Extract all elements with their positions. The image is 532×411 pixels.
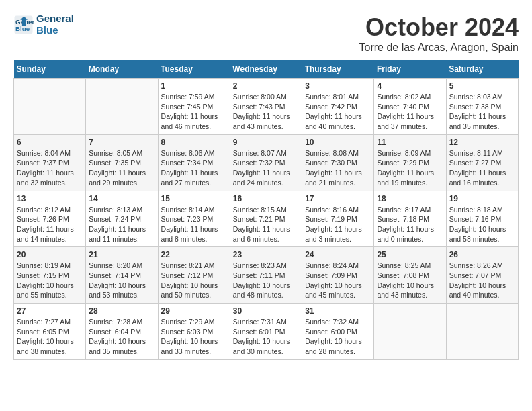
week-row-5: 27Sunrise: 7:27 AMSunset: 6:05 PMDayligh…: [14, 304, 519, 360]
day-info: Sunrise: 8:17 AMSunset: 7:18 PMDaylight:…: [377, 205, 443, 244]
calendar-cell: 5Sunrise: 8:03 AMSunset: 7:38 PMDaylight…: [446, 79, 518, 135]
logo: General Blue General Blue: [13, 13, 74, 36]
day-info: Sunrise: 8:14 AMSunset: 7:23 PMDaylight:…: [161, 205, 227, 244]
location: Torre de las Arcas, Aragon, Spain: [359, 42, 519, 54]
day-info: Sunrise: 8:03 AMSunset: 7:38 PMDaylight:…: [449, 92, 515, 132]
calendar-cell: 7Sunrise: 8:05 AMSunset: 7:35 PMDaylight…: [86, 134, 158, 191]
header-row: SundayMondayTuesdayWednesdayThursdayFrid…: [14, 60, 519, 79]
day-info: Sunrise: 8:16 AMSunset: 7:19 PMDaylight:…: [305, 205, 371, 244]
calendar-cell: 8Sunrise: 8:06 AMSunset: 7:34 PMDaylight…: [158, 134, 230, 191]
day-number: 2: [233, 81, 299, 91]
day-info: Sunrise: 8:15 AMSunset: 7:21 PMDaylight:…: [233, 205, 299, 244]
day-number: 13: [17, 194, 83, 203]
day-number: 7: [89, 138, 154, 147]
calendar-cell: 4Sunrise: 8:02 AMSunset: 7:40 PMDaylight…: [374, 79, 446, 135]
week-row-1: 1Sunrise: 7:59 AMSunset: 7:45 PMDaylight…: [14, 79, 519, 135]
header-thursday: Thursday: [302, 60, 374, 79]
day-number: 20: [17, 250, 83, 259]
week-row-3: 13Sunrise: 8:12 AMSunset: 7:26 PMDayligh…: [14, 191, 519, 247]
day-info: Sunrise: 8:04 AMSunset: 7:37 PMDaylight:…: [17, 148, 83, 188]
logo-icon: General Blue: [13, 15, 34, 35]
calendar-cell: 3Sunrise: 8:01 AMSunset: 7:42 PMDaylight…: [302, 79, 374, 135]
logo-blue: Blue: [36, 25, 74, 36]
day-number: 26: [449, 250, 515, 259]
calendar-cell: 18Sunrise: 8:17 AMSunset: 7:18 PMDayligh…: [374, 191, 446, 247]
calendar-cell: 31Sunrise: 7:32 AMSunset: 6:00 PMDayligh…: [302, 304, 374, 360]
day-info: Sunrise: 8:24 AMSunset: 7:09 PMDaylight:…: [305, 261, 371, 300]
calendar-cell: 11Sunrise: 8:09 AMSunset: 7:29 PMDayligh…: [374, 134, 446, 191]
day-number: 5: [449, 81, 515, 91]
day-info: Sunrise: 8:08 AMSunset: 7:30 PMDaylight:…: [305, 148, 371, 188]
calendar-cell: 22Sunrise: 8:21 AMSunset: 7:12 PMDayligh…: [158, 247, 230, 304]
calendar-cell: 12Sunrise: 8:11 AMSunset: 7:27 PMDayligh…: [446, 134, 518, 191]
day-info: Sunrise: 7:31 AMSunset: 6:01 PMDaylight:…: [233, 317, 299, 357]
calendar-cell: 1Sunrise: 7:59 AMSunset: 7:45 PMDaylight…: [158, 79, 230, 135]
header-monday: Monday: [86, 60, 158, 79]
day-info: Sunrise: 8:20 AMSunset: 7:14 PMDaylight:…: [89, 261, 154, 300]
day-number: 30: [233, 306, 299, 316]
calendar-cell: [446, 304, 518, 360]
logo-general: General: [36, 13, 74, 25]
day-number: 11: [377, 138, 443, 147]
day-info: Sunrise: 8:00 AMSunset: 7:43 PMDaylight:…: [233, 92, 299, 132]
day-number: 3: [305, 81, 371, 91]
calendar-cell: 16Sunrise: 8:15 AMSunset: 7:21 PMDayligh…: [230, 191, 302, 247]
day-number: 18: [377, 194, 443, 203]
calendar-cell: 15Sunrise: 8:14 AMSunset: 7:23 PMDayligh…: [158, 191, 230, 247]
calendar-cell: [86, 79, 158, 135]
day-number: 6: [17, 138, 83, 147]
calendar-cell: 30Sunrise: 7:31 AMSunset: 6:01 PMDayligh…: [230, 304, 302, 360]
calendar-cell: 10Sunrise: 8:08 AMSunset: 7:30 PMDayligh…: [302, 134, 374, 191]
calendar-table: SundayMondayTuesdayWednesdayThursdayFrid…: [13, 60, 519, 360]
calendar-cell: 9Sunrise: 8:07 AMSunset: 7:32 PMDaylight…: [230, 134, 302, 191]
day-number: 23: [233, 250, 299, 259]
day-info: Sunrise: 8:13 AMSunset: 7:24 PMDaylight:…: [89, 205, 154, 244]
calendar-cell: 19Sunrise: 8:18 AMSunset: 7:16 PMDayligh…: [446, 191, 518, 247]
calendar-cell: 24Sunrise: 8:24 AMSunset: 7:09 PMDayligh…: [302, 247, 374, 304]
calendar-cell: 13Sunrise: 8:12 AMSunset: 7:26 PMDayligh…: [14, 191, 86, 247]
day-info: Sunrise: 8:21 AMSunset: 7:12 PMDaylight:…: [161, 261, 227, 300]
day-number: 27: [17, 306, 83, 316]
day-number: 28: [89, 306, 154, 316]
calendar-cell: 6Sunrise: 8:04 AMSunset: 7:37 PMDaylight…: [14, 134, 86, 191]
day-info: Sunrise: 8:06 AMSunset: 7:34 PMDaylight:…: [161, 148, 227, 188]
week-row-2: 6Sunrise: 8:04 AMSunset: 7:37 PMDaylight…: [14, 134, 519, 191]
day-number: 25: [377, 250, 443, 259]
day-number: 9: [233, 138, 299, 147]
day-number: 22: [161, 250, 227, 259]
calendar-cell: 29Sunrise: 7:29 AMSunset: 6:03 PMDayligh…: [158, 304, 230, 360]
calendar-cell: 28Sunrise: 7:28 AMSunset: 6:04 PMDayligh…: [86, 304, 158, 360]
day-number: 24: [305, 250, 371, 259]
day-number: 1: [161, 81, 227, 91]
calendar-cell: [374, 304, 446, 360]
calendar-cell: 14Sunrise: 8:13 AMSunset: 7:24 PMDayligh…: [86, 191, 158, 247]
day-number: 14: [89, 194, 154, 203]
day-info: Sunrise: 7:27 AMSunset: 6:05 PMDaylight:…: [17, 317, 83, 357]
day-number: 29: [161, 306, 227, 316]
day-info: Sunrise: 8:19 AMSunset: 7:15 PMDaylight:…: [17, 261, 83, 300]
page-header: General Blue General Blue October 2024 T…: [13, 13, 519, 54]
day-number: 15: [161, 194, 227, 203]
day-number: 19: [449, 194, 515, 203]
month-title: October 2024: [359, 13, 519, 42]
day-info: Sunrise: 8:25 AMSunset: 7:08 PMDaylight:…: [377, 261, 443, 300]
day-number: 31: [305, 306, 371, 316]
day-info: Sunrise: 8:05 AMSunset: 7:35 PMDaylight:…: [89, 148, 154, 188]
day-info: Sunrise: 7:29 AMSunset: 6:03 PMDaylight:…: [161, 317, 227, 357]
day-number: 16: [233, 194, 299, 203]
calendar-cell: 25Sunrise: 8:25 AMSunset: 7:08 PMDayligh…: [374, 247, 446, 304]
day-info: Sunrise: 7:59 AMSunset: 7:45 PMDaylight:…: [161, 92, 227, 132]
day-number: 10: [305, 138, 371, 147]
day-info: Sunrise: 8:23 AMSunset: 7:11 PMDaylight:…: [233, 261, 299, 300]
calendar-cell: 20Sunrise: 8:19 AMSunset: 7:15 PMDayligh…: [14, 247, 86, 304]
day-info: Sunrise: 8:09 AMSunset: 7:29 PMDaylight:…: [377, 148, 443, 188]
calendar-cell: [14, 79, 86, 135]
header-tuesday: Tuesday: [158, 60, 230, 79]
day-number: 12: [449, 138, 515, 147]
day-info: Sunrise: 7:28 AMSunset: 6:04 PMDaylight:…: [89, 317, 154, 357]
day-info: Sunrise: 8:26 AMSunset: 7:07 PMDaylight:…: [449, 261, 515, 300]
day-info: Sunrise: 8:01 AMSunset: 7:42 PMDaylight:…: [305, 92, 371, 132]
calendar-cell: 21Sunrise: 8:20 AMSunset: 7:14 PMDayligh…: [86, 247, 158, 304]
svg-text:Blue: Blue: [15, 25, 30, 32]
day-info: Sunrise: 8:12 AMSunset: 7:26 PMDaylight:…: [17, 205, 83, 244]
